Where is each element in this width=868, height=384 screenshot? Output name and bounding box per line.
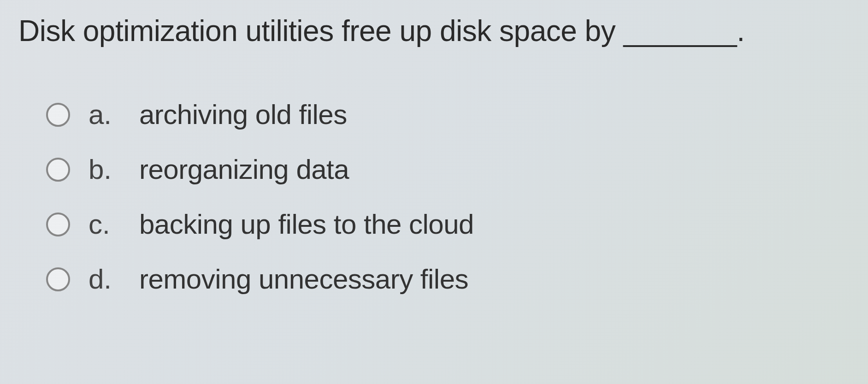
option-letter: a.: [89, 99, 121, 130]
options-list: a. archiving old files b. reorganizing d…: [18, 99, 850, 295]
radio-icon[interactable]: [46, 103, 70, 127]
radio-icon[interactable]: [46, 213, 70, 236]
radio-icon[interactable]: [46, 158, 70, 182]
question-text: Disk optimization utilities free up disk…: [18, 14, 850, 48]
option-label: reorganizing data: [139, 154, 349, 185]
option-letter: b.: [89, 154, 121, 185]
option-d[interactable]: d. removing unnecessary files: [46, 263, 850, 295]
option-label: backing up files to the cloud: [139, 208, 474, 240]
option-b[interactable]: b. reorganizing data: [46, 154, 850, 185]
option-a[interactable]: a. archiving old files: [46, 99, 850, 130]
option-letter: d.: [89, 263, 121, 295]
option-letter: c.: [89, 208, 121, 240]
radio-icon[interactable]: [46, 267, 70, 291]
option-label: removing unnecessary files: [139, 263, 468, 295]
option-c[interactable]: c. backing up files to the cloud: [46, 208, 850, 240]
option-label: archiving old files: [139, 99, 347, 130]
